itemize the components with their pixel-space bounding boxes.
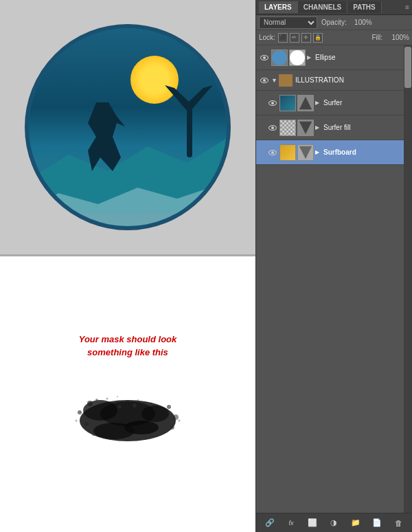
opacity-label: Opacity:	[321, 19, 347, 26]
svg-point-22	[76, 419, 78, 421]
panel-header: LAYERS CHANNELS PATHS ≡	[256, 0, 412, 15]
svg-point-5	[87, 401, 93, 406]
link-icon[interactable]: 🔗	[264, 517, 276, 529]
eye-icon-surfboard	[268, 150, 277, 155]
photoshop-panel: LAYERS CHANNELS PATHS ≡ Normal Multiply …	[255, 0, 412, 532]
layer-visibility-surfer-fill[interactable]	[267, 122, 278, 133]
blend-mode-select[interactable]: Normal Multiply Screen Overlay	[259, 16, 317, 29]
svg-point-23	[179, 419, 181, 421]
sun-element	[130, 56, 179, 104]
svg-point-20	[103, 436, 105, 439]
svg-point-6	[78, 410, 82, 414]
layer-arrow-surfer: ▶	[315, 100, 322, 106]
eye-icon-surfer	[268, 100, 277, 106]
palm-leaves	[165, 85, 213, 113]
mask-instruction-text: Your mask should look something like thi…	[79, 333, 177, 358]
ink-splatter	[59, 373, 196, 455]
layer-visibility-illustration[interactable]	[259, 75, 270, 86]
lock-move-icon[interactable]: ✛	[301, 33, 311, 43]
tab-paths[interactable]: PATHS	[347, 1, 381, 13]
top-canvas	[0, 0, 255, 254]
layer-visibility-surfboard[interactable]	[267, 147, 278, 158]
blend-opacity-row: Normal Multiply Screen Overlay Opacity: …	[256, 15, 412, 30]
opacity-value: 100%	[348, 19, 372, 26]
layer-arrow-surfboard: ▶	[315, 149, 322, 155]
layer-visibility-ellipse[interactable]	[259, 52, 270, 63]
fill-label: Fill:	[371, 34, 382, 41]
svg-point-26	[118, 405, 122, 408]
layer-name-surfboard: Surfboard	[323, 148, 409, 156]
svg-point-19	[92, 433, 95, 436]
lock-icons-group: ⬛ ✏ ✛ 🔒	[278, 33, 323, 43]
svg-point-24	[100, 401, 155, 426]
fx-icon[interactable]: fx	[285, 517, 297, 529]
svg-point-10	[164, 423, 167, 425]
layer-mask-surfboard	[297, 144, 314, 161]
layer-name-illustration: ILLUSTRATION	[295, 76, 409, 84]
layer-thumb-surfboard	[279, 144, 296, 161]
svg-point-11	[84, 422, 89, 426]
surfer-circle	[25, 24, 231, 230]
eye-icon-surfer-fill	[268, 125, 277, 131]
svg-point-21	[154, 433, 157, 436]
svg-point-15	[117, 396, 118, 397]
tab-layers[interactable]: LAYERS	[259, 1, 298, 13]
svg-point-18	[148, 402, 150, 404]
group-folder-icon	[279, 74, 293, 87]
layer-mask-surfer	[297, 95, 314, 111]
layer-thumb-surfer	[279, 95, 296, 111]
content-area: Your mask should look something like thi…	[0, 0, 255, 532]
eye-icon-illustration	[260, 78, 268, 83]
layer-visibility-surfer[interactable]	[267, 98, 278, 109]
layer-mask-ellipse	[289, 49, 306, 66]
layer-arrow-surfer-fill: ▶	[315, 124, 322, 131]
layer-item-illustration[interactable]: ▼ ILLUSTRATION	[256, 70, 412, 91]
layer-item-surfer[interactable]: ▶ Surfer	[256, 91, 412, 115]
group-expand-icon[interactable]: ▼	[271, 77, 277, 84]
layers-list[interactable]: ▶ Ellipse ▼ ILLUSTRATION	[256, 45, 412, 513]
lock-all-icon[interactable]: 🔒	[313, 33, 323, 43]
layer-thumb-ellipse	[271, 49, 288, 66]
lock-paint-icon[interactable]: ✏	[290, 33, 299, 43]
tab-channels[interactable]: CHANNELS	[298, 1, 348, 13]
layer-item-ellipse[interactable]: ▶ Ellipse	[256, 45, 412, 70]
lock-transparent-icon[interactable]: ⬛	[278, 33, 288, 43]
svg-point-8	[167, 405, 171, 409]
mask-icon[interactable]: ⬜	[306, 517, 319, 529]
svg-point-7	[95, 399, 98, 401]
panel-bottom-toolbar: 🔗 fx ⬜ ◑ 📁 📄 🗑	[256, 513, 412, 532]
layer-thumb-surfer-fill	[279, 120, 296, 136]
scrollbar-thumb[interactable]	[404, 47, 411, 88]
delete-icon[interactable]: 🗑	[392, 517, 404, 529]
panel-menu-icon[interactable]: ≡	[405, 3, 409, 11]
fill-value: 100%	[385, 34, 409, 41]
layer-item-surfboard[interactable]: ▶ Surfboard	[256, 140, 412, 165]
svg-point-13	[170, 425, 174, 430]
layer-mask-surfer-fill	[297, 120, 314, 136]
svg-point-9	[173, 414, 179, 420]
layer-item-surfer-fill[interactable]: ▶ Surfer fill	[256, 115, 412, 140]
svg-point-14	[106, 397, 108, 399]
lock-label: Lock:	[259, 34, 275, 41]
layer-name-surfer: Surfer	[323, 99, 409, 107]
surfer-element	[84, 102, 125, 171]
panel-tabs: LAYERS CHANNELS PATHS	[259, 1, 382, 13]
layer-arrow-ellipse: ▶	[307, 54, 314, 60]
svg-point-25	[133, 403, 137, 408]
svg-point-12	[82, 416, 84, 419]
lock-fill-row: Lock: ⬛ ✏ ✛ 🔒 Fill: 100%	[256, 30, 412, 45]
surfer-scene	[29, 28, 227, 226]
layer-name-ellipse: Ellipse	[315, 54, 409, 61]
layers-scrollbar[interactable]	[404, 45, 412, 513]
bottom-canvas: Your mask should look something like thi…	[0, 256, 255, 532]
svg-point-17	[137, 399, 139, 401]
folder-icon[interactable]: 📁	[350, 517, 362, 529]
new-layer-icon[interactable]: 📄	[371, 517, 383, 529]
adjust-icon[interactable]: ◑	[328, 517, 340, 529]
layer-name-surfer-fill: Surfer fill	[323, 124, 409, 131]
eye-icon-ellipse	[260, 55, 268, 60]
